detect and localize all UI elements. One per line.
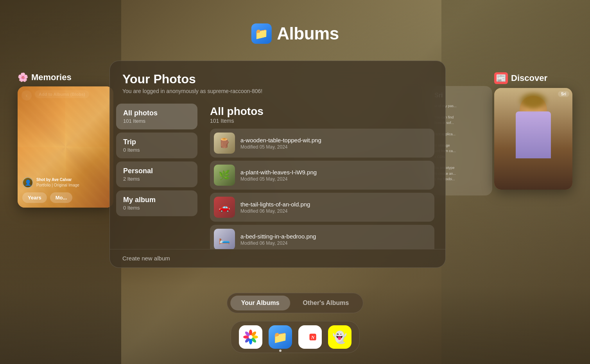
photos-icon xyxy=(243,330,258,344)
main-panel-title: Your Photos xyxy=(122,72,433,86)
sidebar-item-trip[interactable]: Trip 0 Items xyxy=(116,133,197,158)
sidebar-item-name-3: My album xyxy=(123,196,190,204)
svg-point-9 xyxy=(249,335,253,339)
memories-label: 🌸 Memories xyxy=(18,72,113,82)
photo-name-3: a-bed-sitting-in-a-bedroo.png xyxy=(240,233,428,240)
dock-snapchat[interactable]: 👻 xyxy=(328,325,351,349)
news-icon-svg: N xyxy=(308,330,317,344)
discover-subtitle: Sri xyxy=(558,91,569,97)
sidebar-item-count-1: 0 Items xyxy=(123,147,190,153)
dock-files[interactable]: 📁 xyxy=(269,325,292,349)
tab-switcher: Your Albums Other's Albums xyxy=(227,293,364,313)
app-title: Albums xyxy=(277,24,339,43)
content-area: All photos 101 Items 🪵 a-wooden-table-to… xyxy=(204,100,445,249)
discover-label: 📰 Discover xyxy=(494,72,572,84)
dock: 📁 N 👻 xyxy=(231,321,360,353)
discover-image xyxy=(494,88,572,190)
photo-thumb-icon-3: 🛏️ xyxy=(219,234,230,245)
memories-panel: 🌸 Memories ‹ Add to Albums (Blobs) 👤 Sho… xyxy=(18,72,113,208)
photo-modified-0: Modified 05 May, 2024 xyxy=(240,144,428,150)
sidebar-item-name-2: Personal xyxy=(123,167,190,175)
discover-panel: 📰 Discover Sri xyxy=(494,72,572,190)
memories-credit: 👤 Shot by Ave Calvar Portfolio | Origina… xyxy=(22,177,79,188)
tab-your-albums[interactable]: Your Albums xyxy=(230,296,291,310)
svg-text:N: N xyxy=(311,335,315,340)
photo-thumb-2: 🚗 xyxy=(214,197,235,218)
sidebar: All photos 101 Items Trip 0 Items Person… xyxy=(110,100,204,249)
snapchat-icon: 👻 xyxy=(332,330,347,344)
discover-card[interactable]: Sri xyxy=(494,88,572,190)
photo-item-0[interactable]: 🪵 a-wooden-table-topped-wit.png Modified… xyxy=(210,129,434,158)
person-silhouette xyxy=(494,88,572,190)
main-panel-header: Your Photos You are logged in anonymousl… xyxy=(110,61,445,100)
memories-more-button[interactable]: Mo... xyxy=(50,192,73,203)
memories-years-button[interactable]: Years xyxy=(22,192,47,203)
sidebar-item-personal[interactable]: Personal 2 Items xyxy=(116,161,197,187)
memories-title: Memories xyxy=(31,72,72,82)
person-hair xyxy=(518,91,549,111)
memories-credit-text: Shot by Ave Calvar Portfolio | Original … xyxy=(36,177,79,188)
photo-item-3[interactable]: 🛏️ a-bed-sitting-in-a-bedroo.png Modifie… xyxy=(210,225,434,249)
photo-thumb-0: 🪵 xyxy=(214,133,235,154)
news-icon: N xyxy=(303,330,317,344)
main-panel: Your Photos You are logged in anonymousl… xyxy=(109,61,446,268)
main-panel-footer: Create new album xyxy=(110,249,445,267)
files-icon: 📁 xyxy=(273,330,287,344)
sidebar-item-count-2: 2 Items xyxy=(123,176,190,182)
photo-thumb-3: 🛏️ xyxy=(214,229,235,249)
photo-thumb-1: 🌿 xyxy=(214,165,235,186)
photo-info-0: a-wooden-table-topped-wit.png Modified 0… xyxy=(240,137,428,150)
memories-pattern xyxy=(18,86,113,208)
person-body xyxy=(516,111,551,158)
main-panel-subtitle: You are logged in anonymously as supreme… xyxy=(122,88,433,94)
sidebar-item-all-photos[interactable]: All photos 101 Items xyxy=(116,104,197,129)
photo-item-2[interactable]: 🚗 the-tail-lights-of-an-old.png Modified… xyxy=(210,193,434,222)
app-icon: 📁 xyxy=(251,23,271,44)
discover-title: Discover xyxy=(511,73,547,83)
photo-name-0: a-wooden-table-topped-wit.png xyxy=(240,137,428,143)
sidebar-item-name-1: Trip xyxy=(123,138,190,146)
photo-modified-3: Modified 06 May, 2024 xyxy=(240,240,428,246)
photo-name-1: a-plant-with-leaves-I-iW9.png xyxy=(240,169,428,176)
photo-item-1[interactable]: 🌿 a-plant-with-leaves-I-iW9.png Modified… xyxy=(210,161,434,190)
sidebar-item-count-3: 0 Items xyxy=(123,205,190,211)
content-title: All photos xyxy=(210,105,434,118)
tab-others-albums[interactable]: Other's Albums xyxy=(292,296,360,310)
photo-modified-1: Modified 05 May, 2024 xyxy=(240,176,428,182)
photo-info-3: a-bed-sitting-in-a-bedroo.png Modified 0… xyxy=(240,233,428,246)
dock-photos[interactable] xyxy=(239,325,262,349)
photo-thumb-icon-0: 🪵 xyxy=(219,138,230,149)
photo-name-2: the-tail-lights-of-an-old.png xyxy=(240,201,428,208)
photo-thumb-icon-1: 🌿 xyxy=(219,170,230,181)
photo-thumb-icon-2: 🚗 xyxy=(219,202,230,213)
memories-card[interactable]: ‹ Add to Albums (Blobs) 👤 Shot by Ave Ca… xyxy=(18,86,113,208)
memories-avatar: 👤 xyxy=(22,177,33,188)
app-title-bar: 📁 Albums xyxy=(251,23,339,44)
photo-modified-2: Modified 06 May, 2024 xyxy=(240,208,428,214)
main-panel-body: All photos 101 Items Trip 0 Items Person… xyxy=(110,100,445,249)
content-count: 101 Items xyxy=(210,118,434,124)
sidebar-item-count-0: 101 Items xyxy=(123,118,190,124)
memories-controls: Years Mo... xyxy=(22,190,72,203)
dock-news[interactable]: N xyxy=(298,325,322,349)
content-header: All photos 101 Items xyxy=(207,104,438,127)
sidebar-item-name-0: All photos xyxy=(123,109,190,117)
create-album-button[interactable]: Create new album xyxy=(122,255,170,262)
photo-info-2: the-tail-lights-of-an-old.png Modified 0… xyxy=(240,201,428,214)
sidebar-item-my-album[interactable]: My album 0 Items xyxy=(116,190,197,216)
photo-list: 🪵 a-wooden-table-topped-wit.png Modified… xyxy=(207,127,438,249)
photo-info-1: a-plant-with-leaves-I-iW9.png Modified 0… xyxy=(240,169,428,182)
